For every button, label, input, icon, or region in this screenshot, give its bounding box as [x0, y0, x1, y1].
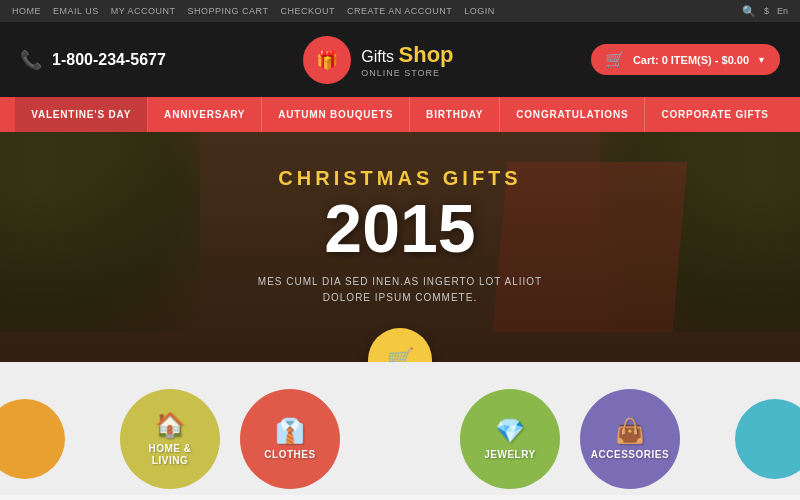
hero-year: 2015 — [0, 194, 800, 262]
top-bar-links: HOME EMAIL US MY ACCOUNT SHOPPING CART C… — [12, 6, 495, 16]
currency-button[interactable]: $ — [764, 6, 769, 16]
accessories-label: ACCESSORIES — [591, 449, 669, 461]
category-home-living[interactable]: 🏠 HOME &LIVING — [120, 389, 220, 489]
nav-anniversary[interactable]: ANNIVERSARY — [148, 97, 262, 132]
nav-valentines[interactable]: VALENTINE'S DAY — [15, 97, 148, 132]
search-icon-button[interactable]: 🔍 — [742, 5, 756, 18]
hero-section: CHRISTMAS GIFTS 2015 MES CUML DIA SED IN… — [0, 132, 800, 362]
nav-autumn-bouquets[interactable]: AUTUMN BOUQUETS — [262, 97, 410, 132]
accessories-icon: 👜 — [615, 417, 646, 445]
nav-create-account[interactable]: CREATE AN ACCOUNT — [347, 6, 452, 16]
phone-icon: 📞 — [20, 49, 42, 71]
top-bar: HOME EMAIL US MY ACCOUNT SHOPPING CART C… — [0, 0, 800, 22]
category-clothes[interactable]: 👔 CLOTHES — [240, 389, 340, 489]
nav-login[interactable]: LOGIN — [464, 6, 495, 16]
categories-section: 🏠 HOME &LIVING 👔 CLOTHES 💎 JEWELRY 👜 ACC… — [0, 362, 800, 495]
jewelry-label: JEWELRY — [484, 449, 535, 461]
logo-gifts: Gifts — [361, 48, 394, 65]
jewelry-icon: 💎 — [495, 417, 526, 445]
nav-my-account[interactable]: MY ACCOUNT — [111, 6, 176, 16]
nav-birthday[interactable]: BIRTHDAY — [410, 97, 500, 132]
nav-checkout[interactable]: CHECKOUT — [280, 6, 335, 16]
nav-shopping-cart[interactable]: SHOPPING CART — [188, 6, 269, 16]
category-jewelry[interactable]: 💎 JEWELRY — [460, 389, 560, 489]
nav-email-us[interactable]: EMAIL US — [53, 6, 99, 16]
cart-button[interactable]: 🛒 Cart: 0 ITEM(S) - $0.00 ▼ — [591, 44, 780, 75]
language-button[interactable]: En — [777, 6, 788, 16]
home-living-label: HOME &LIVING — [149, 443, 192, 467]
clothes-icon: 👔 — [275, 417, 306, 445]
hero-description: MES CUML DIA SED INEN.AS INGERTO LOT ALI… — [0, 274, 800, 306]
logo-section[interactable]: 🎁 Gifts Shop ONLINE STORE — [303, 36, 453, 84]
clothes-label: CLOTHES — [264, 449, 315, 461]
logo-text: Gifts Shop ONLINE STORE — [361, 42, 453, 78]
category-partial-left[interactable] — [0, 399, 65, 479]
nav-home[interactable]: HOME — [12, 6, 41, 16]
top-bar-right: 🔍 $ En — [742, 5, 788, 18]
category-accessories[interactable]: 👜 ACCESSORIES — [580, 389, 680, 489]
cart-text: Cart: 0 ITEM(S) - $0.00 — [633, 54, 749, 66]
hero-subtitle: CHRISTMAS GIFTS — [0, 167, 800, 190]
hero-content: CHRISTMAS GIFTS 2015 MES CUML DIA SED IN… — [0, 132, 800, 306]
logo-title: Gifts Shop — [361, 42, 453, 68]
logo-subtitle: ONLINE STORE — [361, 68, 453, 78]
cart-icon: 🛒 — [605, 50, 625, 69]
cart-chevron-icon: ▼ — [757, 55, 766, 65]
nav-corporate-gifts[interactable]: CORPORATE GIFTS — [645, 97, 784, 132]
phone-number: 1-800-234-5677 — [52, 51, 166, 69]
category-partial-right[interactable] — [735, 399, 800, 479]
header: 📞 1-800-234-5677 🎁 Gifts Shop ONLINE STO… — [0, 22, 800, 97]
logo-shop: Shop — [399, 42, 454, 67]
home-living-icon: 🏠 — [155, 411, 186, 439]
logo-icon: 🎁 — [303, 36, 351, 84]
main-nav: VALENTINE'S DAY ANNIVERSARY AUTUMN BOUQU… — [0, 97, 800, 132]
nav-congratulations[interactable]: CONGRATULATIONS — [500, 97, 645, 132]
phone-section: 📞 1-800-234-5677 — [20, 49, 166, 71]
